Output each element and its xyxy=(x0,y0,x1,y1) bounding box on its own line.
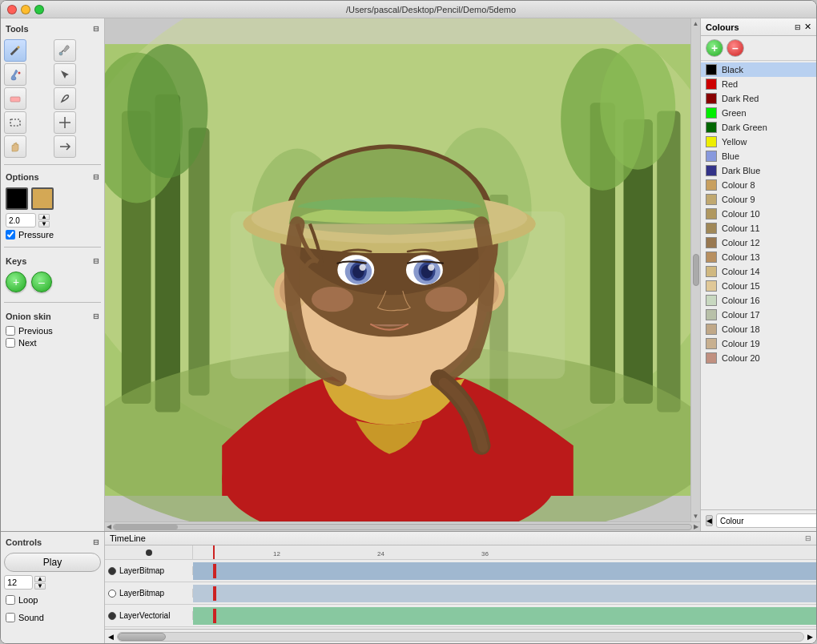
colour-item[interactable]: Red xyxy=(701,77,816,91)
ruler-12: 12 xyxy=(273,550,280,557)
colour-name: Black xyxy=(722,65,743,74)
colour-item[interactable]: Colour 12 xyxy=(701,235,816,250)
transform-tool[interactable] xyxy=(54,111,76,134)
colour-name: Dark Blue xyxy=(722,166,760,175)
colour-name: Colour 17 xyxy=(722,310,760,320)
colour-item[interactable]: Colour 16 xyxy=(701,293,816,308)
colour-item[interactable]: Colour 11 xyxy=(701,221,816,235)
foreground-color[interactable] xyxy=(6,187,28,210)
timeline-detach[interactable]: ⊟ xyxy=(805,534,811,542)
colour-item[interactable]: Colour 20 xyxy=(701,351,816,365)
colour-item[interactable]: Colour 8 xyxy=(701,178,816,192)
timeline-ruler-row: 12 24 36 xyxy=(105,545,816,560)
next-checkbox[interactable] xyxy=(6,338,15,348)
frame-down-btn[interactable]: ▼ xyxy=(34,583,46,590)
canvas-scrollbar-bottom[interactable]: ◀ ▶ xyxy=(105,521,700,531)
timeline-track[interactable]: LayerBitmap xyxy=(105,560,816,582)
colour-item[interactable]: Green xyxy=(701,106,816,120)
marquee-tool[interactable] xyxy=(4,111,26,134)
track-fill xyxy=(193,585,816,602)
colour-swatch-small xyxy=(706,352,717,364)
tools-detach-icon[interactable]: ⊟ xyxy=(93,25,99,33)
colour-item[interactable]: Yellow xyxy=(701,135,816,149)
colour-item[interactable]: Colour 9 xyxy=(701,192,816,207)
colour-remove-button[interactable]: – xyxy=(726,39,744,57)
eraser-tool[interactable] xyxy=(4,87,26,110)
loop-checkbox[interactable] xyxy=(6,595,15,605)
timeline-header: TimeLine ⊟ xyxy=(105,532,816,545)
colours-close[interactable]: ✕ xyxy=(804,22,811,32)
pencil-tool[interactable] xyxy=(4,39,26,62)
main-content: Tools ⊟ xyxy=(1,18,816,531)
colour-name: Colour 20 xyxy=(722,353,760,363)
track-label: LayerBitmap xyxy=(105,566,193,575)
size-up-btn[interactable]: ▲ xyxy=(38,214,50,220)
key-add-btn[interactable]: + xyxy=(6,272,26,292)
colour-scroll-left[interactable]: ◀ xyxy=(706,515,713,526)
colour-item[interactable]: Colour 13 xyxy=(701,250,816,264)
colour-swatch-small xyxy=(706,93,717,104)
timeline-scroll-left[interactable]: ◀ xyxy=(108,633,114,641)
size-input[interactable] xyxy=(6,213,36,227)
colour-swatch-small xyxy=(706,324,717,335)
colour-item[interactable]: Dark Green xyxy=(701,120,816,135)
next-label: Next xyxy=(18,338,37,348)
size-down-btn[interactable]: ▼ xyxy=(38,221,50,227)
close-button[interactable] xyxy=(7,5,17,14)
colour-label-input[interactable] xyxy=(716,513,816,528)
timeline-scrollbar[interactable] xyxy=(117,632,804,642)
sound-checkbox[interactable] xyxy=(6,613,15,622)
arrow-tool[interactable] xyxy=(54,135,76,158)
track-icon xyxy=(108,612,116,620)
options-header: Options ⊟ xyxy=(4,170,101,184)
track-name: LayerBitmap xyxy=(119,589,164,598)
colour-item[interactable]: Colour 17 xyxy=(701,308,816,322)
controls-detach[interactable]: ⊟ xyxy=(93,538,99,546)
hand-tool[interactable] xyxy=(4,135,26,158)
eyedropper-tool[interactable] xyxy=(54,39,76,62)
svg-point-48 xyxy=(425,287,467,312)
keys-detach-icon[interactable]: ⊟ xyxy=(93,257,99,265)
pressure-checkbox[interactable] xyxy=(6,230,15,239)
play-button[interactable]: Play xyxy=(4,553,101,572)
canvas-scrollbar-right[interactable]: ▲ ▼ xyxy=(690,18,700,521)
track-keyframe xyxy=(213,586,216,601)
colour-swatch-small xyxy=(706,107,717,119)
options-detach-icon[interactable]: ⊟ xyxy=(93,173,99,181)
colour-add-button[interactable]: + xyxy=(706,39,723,57)
colour-item[interactable]: Dark Red xyxy=(701,91,816,106)
timeline-track[interactable]: LayerBitmap xyxy=(105,582,816,605)
colour-swatch-small xyxy=(706,64,717,75)
canvas-image[interactable] xyxy=(105,18,690,521)
timeline-ruler: 12 24 36 xyxy=(193,545,816,560)
frame-up-btn[interactable]: ▲ xyxy=(34,576,46,582)
colour-item[interactable]: Black xyxy=(701,62,816,77)
colour-item[interactable]: Colour 19 xyxy=(701,336,816,351)
colour-item[interactable]: Colour 14 xyxy=(701,264,816,279)
fill-tool[interactable] xyxy=(4,63,26,86)
frame-stepper: ▲ ▼ xyxy=(34,576,46,590)
frame-input[interactable] xyxy=(4,575,33,590)
colour-item[interactable]: Blue xyxy=(701,149,816,163)
size-stepper: ▲ ▼ xyxy=(38,214,50,227)
select-tool[interactable] xyxy=(54,63,76,86)
colour-item[interactable]: Colour 10 xyxy=(701,207,816,221)
timeline-scroll-right[interactable]: ▶ xyxy=(807,633,813,641)
maximize-button[interactable] xyxy=(34,5,44,14)
onion-detach-icon[interactable]: ⊟ xyxy=(93,312,99,320)
colour-swatch-small xyxy=(706,266,717,277)
colour-item[interactable]: Dark Blue xyxy=(701,163,816,178)
colours-buttons-row: + – xyxy=(701,36,816,61)
background-color[interactable] xyxy=(31,187,54,210)
key-remove-btn[interactable]: – xyxy=(31,272,52,292)
colour-item[interactable]: Colour 18 xyxy=(701,322,816,336)
timeline-track[interactable]: LayerVectorial xyxy=(105,605,816,627)
colour-item[interactable]: Colour 15 xyxy=(701,279,816,293)
minimize-button[interactable] xyxy=(21,5,30,14)
previous-checkbox[interactable] xyxy=(6,326,15,336)
colours-detach[interactable]: ⊟ xyxy=(795,23,801,31)
timeline-tracks: LayerBitmap LayerBitmap LayerVectorial xyxy=(105,560,816,629)
colour-swatch-small xyxy=(706,223,717,234)
pen-tool[interactable] xyxy=(54,87,76,110)
svg-point-19 xyxy=(600,44,675,170)
